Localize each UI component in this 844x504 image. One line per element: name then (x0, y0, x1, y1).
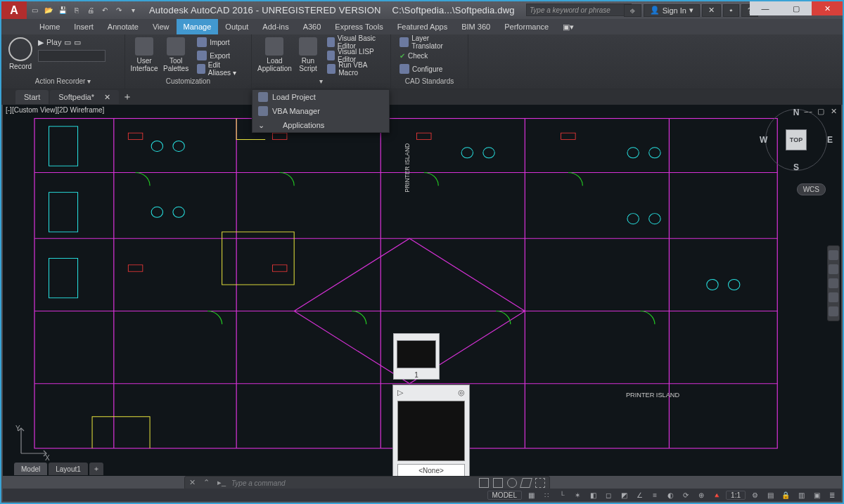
status-clean-icon[interactable]: ▣ (810, 490, 823, 500)
status-grid-icon[interactable]: ▦ (525, 490, 537, 500)
tab-featured-apps[interactable]: Featured Apps (390, 19, 455, 34)
status-workspace-icon[interactable]: ▤ (764, 490, 776, 500)
shape-line-icon[interactable] (479, 478, 489, 488)
drawing-tab[interactable]: Softpedia* ✕ (50, 90, 119, 104)
cmd-history-icon[interactable]: ✕ (189, 478, 199, 488)
nav-pan-icon[interactable] (829, 264, 838, 274)
tab-addins[interactable]: Add-ins (255, 19, 295, 34)
status-hw-icon[interactable]: ▥ (795, 490, 807, 500)
close-tab-icon[interactable]: ✕ (104, 93, 110, 102)
configure-button[interactable]: Configure (395, 63, 463, 75)
user-interface-button[interactable]: User Interface (129, 36, 159, 75)
import-button[interactable]: Import (193, 36, 247, 49)
window-close-button[interactable]: ✕ (812, 1, 843, 15)
command-line[interactable]: ✕ ⌃ ▸_ Type a command (184, 476, 550, 490)
vlisp-button[interactable]: Visual LISP Editor (323, 49, 386, 62)
status-ortho-icon[interactable]: └ (556, 490, 568, 500)
app-icon[interactable]: A (1, 1, 27, 19)
cmd-recent-icon[interactable]: ⌃ (203, 478, 213, 488)
window-minimize-button[interactable]: — (750, 1, 781, 15)
tab-annotate[interactable]: Annotate (101, 19, 146, 34)
add-layout-button[interactable]: ＋ (89, 463, 103, 475)
status-cycling-icon[interactable]: ⟳ (679, 490, 692, 500)
qat-undo-icon[interactable]: ↶ (98, 4, 111, 17)
nav-zoom-icon[interactable] (829, 278, 838, 288)
load-application-button[interactable]: Load Application (256, 36, 293, 75)
export-button[interactable]: Export (193, 49, 247, 62)
tab-home[interactable]: Home (32, 19, 67, 34)
sign-in-button[interactable]: 👤 Sign In ▾ (644, 4, 700, 17)
viewport-close-icon[interactable]: ✕ (829, 106, 838, 116)
qat-open-icon[interactable]: 📂 (42, 4, 55, 17)
edit-aliases-button[interactable]: Edit Aliases ▾ (193, 63, 247, 75)
compass-s[interactable]: S (793, 162, 799, 172)
infocenter-a360-button[interactable]: ⎆ (624, 4, 641, 17)
preview-window[interactable]: ▷ ◎ <None> (392, 385, 470, 480)
start-tab[interactable]: Start (15, 90, 49, 104)
add-tab-button[interactable]: ＋ (120, 90, 134, 104)
vbe-button[interactable]: Visual Basic Editor (323, 36, 386, 49)
qat-saveas-icon[interactable]: ⎘ (70, 4, 83, 17)
qat-save-icon[interactable]: 💾 (56, 4, 69, 17)
vba-manager-item[interactable]: VBA Manager (252, 104, 389, 118)
window-maximize-button[interactable]: ▢ (781, 1, 812, 15)
applications-item[interactable]: ⌄Applications (252, 118, 389, 132)
status-polar-icon[interactable]: ✶ (571, 490, 584, 500)
recording-name-dropdown[interactable] (38, 50, 106, 62)
nav-showmotion-icon[interactable] (829, 306, 838, 316)
qat-new-icon[interactable]: ▭ (28, 4, 41, 17)
preview-selection[interactable]: <None> (397, 464, 465, 477)
status-model[interactable]: MODEL (487, 491, 523, 500)
compass-w[interactable]: W (760, 135, 767, 145)
drawing-canvas[interactable]: [-][Custom View][2D Wireframe] — ▢ ✕ (3, 105, 841, 476)
status-scale[interactable]: 1:1 (726, 491, 746, 500)
tab-manage[interactable]: Manage (177, 19, 219, 34)
status-3dosnap-icon[interactable]: ◩ (618, 490, 630, 500)
view-cube-top[interactable]: TOP (786, 129, 807, 150)
view-cube[interactable]: N S E W TOP (765, 109, 827, 171)
exchange-apps-button[interactable]: ✕ (702, 4, 721, 17)
panel-title-applications[interactable]: ▾ (256, 77, 386, 89)
check-button[interactable]: ✔Check (395, 49, 463, 62)
play-ext1-icon[interactable]: ▭ (64, 38, 71, 47)
status-ann-monitor-icon[interactable]: ⊕ (695, 490, 708, 500)
load-project-item[interactable]: Load Project (252, 90, 389, 104)
status-customize-icon[interactable]: ≣ (826, 490, 838, 500)
sheet-thumbnail[interactable]: 1 (393, 333, 440, 380)
qat-redo-icon[interactable]: ↷ (113, 4, 125, 17)
status-transparency-icon[interactable]: ◐ (664, 490, 677, 500)
shape-hatch-icon[interactable] (535, 478, 545, 488)
record-button[interactable]: Record (6, 36, 35, 72)
preview-gear-icon[interactable]: ◎ (458, 388, 465, 397)
tab-extras-icon[interactable]: ▣▾ (556, 19, 581, 34)
tab-output[interactable]: Output (218, 19, 255, 34)
ucs-icon[interactable]: Y X (14, 424, 51, 462)
run-vba-button[interactable]: Run VBA Macro (323, 63, 386, 75)
tab-insert[interactable]: Insert (67, 19, 101, 34)
status-osnap-icon[interactable]: ◻ (602, 490, 615, 500)
status-lwt-icon[interactable]: ≡ (648, 490, 661, 500)
status-iso-icon[interactable]: ◧ (587, 490, 599, 500)
nav-wheel-icon[interactable] (829, 250, 838, 260)
status-snap-icon[interactable]: ∷ (540, 490, 553, 500)
status-gear-icon[interactable]: ⚙ (748, 490, 761, 500)
panel-title-action-recorder[interactable]: Action Recorder ▾ (6, 77, 120, 89)
wcs-badge[interactable]: WCS (797, 183, 826, 195)
status-lock-icon[interactable]: 🔒 (779, 490, 792, 500)
status-otrack-icon[interactable]: ∠ (633, 490, 646, 500)
nav-orbit-icon[interactable] (829, 292, 838, 302)
run-script-button[interactable]: Run Script (296, 36, 320, 75)
shape-rect-icon[interactable] (493, 478, 503, 488)
stay-connected-button[interactable]: ⭑ (723, 4, 739, 17)
preview-play-icon[interactable]: ▷ (397, 388, 403, 397)
search-input[interactable]: Type a keyword or phrase (526, 4, 632, 16)
qat-print-icon[interactable]: 🖨 (84, 4, 97, 17)
shape-circle-icon[interactable] (507, 478, 517, 488)
layer-translator-button[interactable]: Layer Translator (395, 36, 463, 49)
tab-a360[interactable]: A360 (296, 19, 328, 34)
tab-performance[interactable]: Performance (497, 19, 556, 34)
play-ext2-icon[interactable]: ▭ (74, 38, 81, 47)
status-ann-scale-icon[interactable]: 🔺 (710, 490, 723, 500)
shape-arc-icon[interactable] (520, 478, 532, 488)
play-label[interactable]: Play (46, 38, 61, 46)
